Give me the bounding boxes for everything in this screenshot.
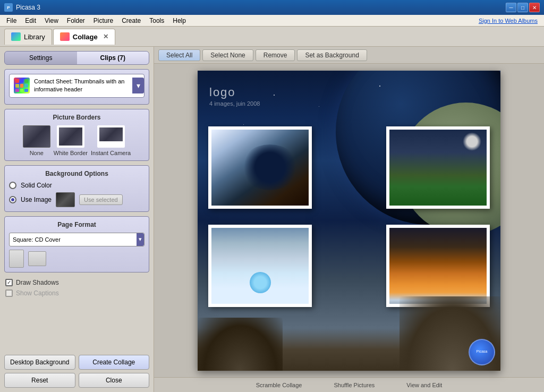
page-format-title: Page Format bbox=[9, 221, 144, 228]
draw-shadows-label: Draw Shadows bbox=[16, 279, 59, 286]
tabbar: Library Collage ✕ bbox=[0, 27, 544, 47]
show-captions-row: Show Captions bbox=[5, 289, 148, 297]
menu-create[interactable]: Create bbox=[117, 16, 145, 25]
border-none-label: None bbox=[30, 150, 44, 156]
titlebar: P Picasa 3 ─ □ ✕ bbox=[0, 0, 544, 15]
contact-sheet-dropdown-arrow[interactable]: ▾ bbox=[132, 78, 144, 93]
photo-frame-2[interactable] bbox=[386, 126, 490, 209]
contact-sheet-row[interactable]: Contact Sheet: Thumbnails with an inform… bbox=[9, 74, 144, 98]
border-instant-label: Instant Camera bbox=[91, 150, 131, 156]
menu-help[interactable]: Help bbox=[168, 16, 190, 25]
tab-collage[interactable]: Collage ✕ bbox=[53, 29, 115, 45]
size-icon-landscape[interactable] bbox=[28, 251, 46, 266]
photo-frame-4[interactable] bbox=[386, 225, 490, 307]
photo-green-2 bbox=[389, 130, 487, 206]
page-format-section: Page Format Square: CD Cover ▾ bbox=[4, 216, 149, 272]
contact-sheet-label: Contact Sheet: Thumbnails with an inform… bbox=[34, 78, 128, 94]
inner-tabs: Settings Clips (7) bbox=[4, 51, 149, 65]
border-instant-option[interactable]: Instant Camera bbox=[91, 125, 131, 156]
background-options-title: Background Options bbox=[9, 170, 144, 177]
menu-tools[interactable]: Tools bbox=[145, 16, 168, 25]
photo-inner-1 bbox=[211, 130, 309, 206]
status-bar: Scramble Collage Shuffle Pictures View a… bbox=[154, 377, 544, 392]
view-and-edit-button[interactable]: View and Edit bbox=[406, 382, 442, 388]
bottom-buttons: Desktop Background Create Collage Reset … bbox=[4, 355, 149, 388]
maximize-button[interactable]: □ bbox=[517, 3, 528, 12]
close-button[interactable]: ✕ bbox=[529, 3, 540, 12]
remove-button[interactable]: Remove bbox=[256, 49, 295, 61]
photo-inner-2 bbox=[389, 130, 487, 206]
border-white-label: White Border bbox=[54, 150, 88, 156]
minimize-button[interactable]: ─ bbox=[506, 3, 516, 12]
collage-icon bbox=[60, 32, 70, 41]
use-image-label: Use Image bbox=[21, 196, 52, 203]
menu-picture[interactable]: Picture bbox=[89, 16, 117, 25]
border-instant-preview bbox=[97, 125, 125, 148]
show-captions-label: Show Captions bbox=[16, 289, 59, 297]
bg-thumbnail bbox=[56, 192, 75, 207]
size-icon-portrait[interactable] bbox=[9, 250, 24, 268]
menu-file[interactable]: File bbox=[2, 16, 21, 25]
library-icon bbox=[11, 32, 21, 41]
window-controls: ─ □ ✕ bbox=[506, 3, 540, 12]
border-options: None White Border Instant Camera bbox=[9, 125, 144, 156]
shuffle-pictures-button[interactable]: Shuffle Pictures bbox=[334, 382, 375, 388]
use-image-radio[interactable] bbox=[9, 196, 16, 203]
format-dropdown-arrow[interactable]: ▾ bbox=[137, 233, 144, 246]
close-button[interactable]: Close bbox=[79, 373, 150, 388]
page-format-value: Square: CD Cover bbox=[13, 236, 137, 243]
picasa-logo-watermark: Picasa bbox=[469, 339, 495, 365]
solid-color-radio[interactable] bbox=[9, 182, 16, 189]
use-selected-button[interactable]: Use selected bbox=[79, 194, 123, 205]
border-none-preview bbox=[23, 125, 50, 148]
create-collage-button[interactable]: Create Collage bbox=[79, 355, 150, 370]
show-captions-checkbox bbox=[5, 289, 13, 297]
photo-inner-4 bbox=[389, 228, 487, 304]
main-layout: Settings Clips (7) Contact Sheet: Thumbn… bbox=[0, 47, 544, 392]
size-icons bbox=[9, 250, 144, 268]
rock-left bbox=[198, 318, 283, 371]
collage-logo: logo bbox=[209, 86, 236, 99]
border-white-option[interactable]: White Border bbox=[54, 125, 88, 156]
photo-space-1 bbox=[211, 130, 309, 206]
tab-library-label: Library bbox=[24, 33, 45, 41]
solid-color-label: Solid Color bbox=[21, 182, 52, 189]
tab-library[interactable]: Library bbox=[4, 29, 52, 45]
contact-sheet-section: Contact Sheet: Thumbnails with an inform… bbox=[4, 69, 149, 105]
tab-close-icon[interactable]: ✕ bbox=[103, 33, 108, 40]
button-row-2: Reset Close bbox=[4, 373, 149, 388]
app-icon: P bbox=[4, 3, 13, 12]
border-none-option[interactable]: None bbox=[23, 125, 50, 156]
action-bar: Select All Select None Remove Set as Bac… bbox=[154, 47, 544, 64]
photo-frame-3[interactable] bbox=[208, 225, 312, 307]
use-image-row: Use Image Use selected bbox=[9, 192, 144, 207]
menubar: File Edit View Folder Picture Create Too… bbox=[0, 15, 544, 27]
reset-button[interactable]: Reset bbox=[4, 373, 75, 388]
canvas-area: logo 4 images, juin 2008 bbox=[154, 64, 544, 377]
solid-color-row: Solid Color bbox=[9, 182, 144, 189]
photo-sunset-4 bbox=[389, 228, 487, 304]
collage-frame: logo 4 images, juin 2008 bbox=[198, 71, 500, 371]
menu-view[interactable]: View bbox=[40, 16, 63, 25]
sign-in-link[interactable]: Sign In to Web Albums bbox=[474, 16, 542, 25]
tab-collage-label: Collage bbox=[73, 33, 98, 41]
border-white-preview bbox=[57, 125, 84, 148]
select-all-button[interactable]: Select All bbox=[158, 49, 200, 61]
page-format-select[interactable]: Square: CD Cover ▾ bbox=[9, 233, 144, 246]
left-panel: Settings Clips (7) Contact Sheet: Thumbn… bbox=[0, 47, 154, 392]
clips-tab[interactable]: Clips (7) bbox=[77, 52, 149, 64]
draw-shadows-row[interactable]: ✓ Draw Shadows bbox=[5, 279, 148, 286]
picture-borders-section: Picture Borders None White Border Instan… bbox=[4, 109, 149, 161]
collage-meta: 4 images, juin 2008 bbox=[209, 100, 260, 107]
set-as-background-button[interactable]: Set as Background bbox=[297, 49, 367, 61]
button-row-1: Desktop Background Create Collage bbox=[4, 355, 149, 370]
scramble-collage-button[interactable]: Scramble Collage bbox=[256, 382, 302, 388]
menu-edit[interactable]: Edit bbox=[21, 16, 40, 25]
background-options-section: Background Options Solid Color Use Image… bbox=[4, 165, 149, 212]
select-none-button[interactable]: Select None bbox=[202, 49, 253, 61]
draw-shadows-checkbox[interactable]: ✓ bbox=[5, 279, 13, 286]
desktop-background-button[interactable]: Desktop Background bbox=[4, 355, 75, 370]
settings-tab[interactable]: Settings bbox=[5, 52, 77, 64]
menu-folder[interactable]: Folder bbox=[63, 16, 89, 25]
photo-frame-1[interactable] bbox=[208, 126, 312, 209]
